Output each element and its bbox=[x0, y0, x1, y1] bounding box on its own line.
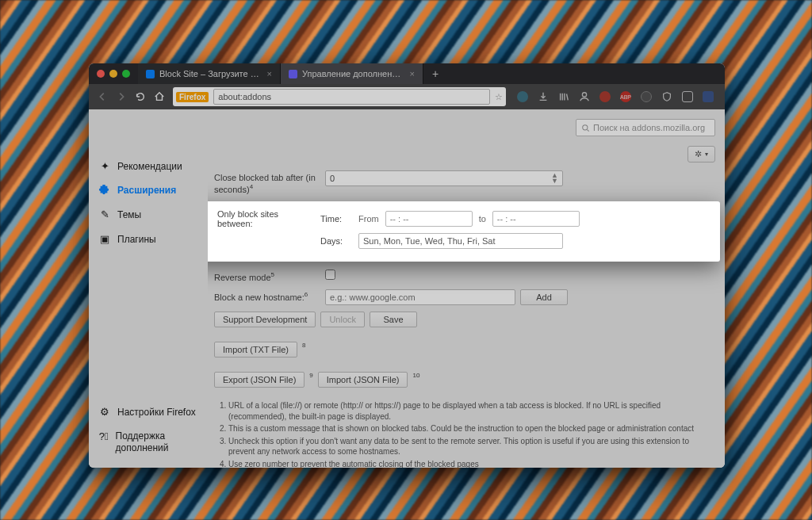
navigation-toolbar: Firefox ☆ ABP 7 w bbox=[89, 84, 725, 109]
close-tab-seconds-input[interactable]: 0 ▲▼ bbox=[325, 170, 563, 186]
blocker-icon[interactable] bbox=[514, 88, 531, 105]
identity-firefox-badge: Firefox bbox=[176, 92, 209, 102]
tab-block-site[interactable]: Block Site – Загрузите это ра… × bbox=[138, 63, 281, 84]
gear-icon: ✲ bbox=[695, 149, 702, 159]
days-sublabel: Days: bbox=[320, 236, 352, 246]
tab-addons-manager[interactable]: Управление дополнениями × bbox=[281, 63, 423, 84]
sidebar-item-extensions[interactable]: Расширения bbox=[95, 180, 208, 201]
sidebar-item-label: Рекомендации bbox=[117, 161, 182, 172]
extension-abp-icon[interactable]: ABP bbox=[617, 88, 634, 105]
help-icon: ?⃝ bbox=[98, 430, 109, 442]
close-tab-icon[interactable]: × bbox=[267, 69, 272, 78]
url-bar[interactable]: Firefox ☆ bbox=[173, 87, 506, 106]
screenshot-icon[interactable] bbox=[679, 88, 696, 105]
support-development-button[interactable]: Support Development bbox=[214, 312, 316, 327]
minimize-window-icon[interactable] bbox=[109, 70, 117, 78]
extension-ublock-icon[interactable] bbox=[596, 88, 614, 105]
close-window-icon[interactable] bbox=[97, 70, 105, 78]
gear-icon: ⚙ bbox=[98, 406, 111, 418]
svg-point-1 bbox=[583, 124, 588, 129]
block-hostname-label: Block a new hostname:6 bbox=[214, 289, 317, 303]
svg-point-0 bbox=[582, 93, 586, 97]
sidebar-item-addons-support[interactable]: ?⃝ Поддержка дополнений bbox=[95, 426, 208, 458]
chevron-down-icon: ▾ bbox=[705, 151, 708, 158]
sidebar-item-label: Настройки Firefox bbox=[117, 407, 196, 418]
footnotes: URL of a local (file://) or remote (http… bbox=[214, 400, 715, 468]
addon-settings-panel: Поиск на addons.mozilla.org ✲ ▾ Close bl… bbox=[208, 109, 725, 468]
addons-search[interactable]: Поиск на addons.mozilla.org bbox=[576, 119, 715, 136]
sidebar-item-themes[interactable]: ✎ Темы bbox=[95, 204, 208, 225]
brush-icon: ✎ bbox=[98, 208, 111, 220]
bookmark-star-icon[interactable]: ☆ bbox=[495, 92, 503, 102]
sidebar-item-recommendations[interactable]: ✦ Рекомендации bbox=[95, 155, 208, 177]
tab-bar: Block Site – Загрузите это ра… × Управле… bbox=[89, 63, 725, 84]
sidebar-item-firefox-settings[interactable]: ⚙ Настройки Firefox bbox=[95, 401, 208, 422]
notifications-icon[interactable]: 7 bbox=[720, 88, 725, 105]
home-button[interactable] bbox=[154, 87, 165, 106]
puzzle-icon bbox=[98, 185, 111, 196]
downloads-icon[interactable] bbox=[534, 88, 552, 105]
plug-icon: ▣ bbox=[98, 233, 111, 245]
sidebar-item-plugins[interactable]: ▣ Плагины bbox=[95, 228, 208, 250]
close-tab-label: Close blocked tab after (in seconds)4 bbox=[214, 170, 317, 195]
tab-label: Управление дополнениями bbox=[302, 69, 405, 78]
extension-icon[interactable] bbox=[638, 88, 655, 105]
addons-sidebar: ✦ Рекомендации Расширения ✎ Темы ▣ Плаги… bbox=[89, 109, 208, 468]
block-hostname-input[interactable] bbox=[325, 289, 515, 305]
only-block-label: Only block sites between: bbox=[217, 209, 314, 228]
import-txt-button[interactable]: Import (TXT File) bbox=[214, 342, 297, 358]
sidebar-item-label: Темы bbox=[117, 209, 141, 220]
time-sublabel: Time: bbox=[320, 214, 352, 224]
reverse-mode-label: Reverse mode5 bbox=[214, 270, 317, 283]
sidebar-item-label: Плагины bbox=[117, 234, 156, 245]
days-input[interactable] bbox=[358, 233, 563, 249]
back-button[interactable] bbox=[97, 87, 108, 106]
import-json-button[interactable]: Import (JSON File) bbox=[318, 372, 408, 388]
account-icon[interactable] bbox=[576, 88, 593, 105]
library-icon[interactable] bbox=[555, 88, 573, 105]
tab-label: Block Site – Загрузите это ра… bbox=[159, 69, 262, 78]
favicon-icon bbox=[289, 70, 297, 78]
reload-button[interactable] bbox=[135, 87, 146, 106]
close-tab-icon[interactable]: × bbox=[410, 69, 415, 78]
shield-icon[interactable] bbox=[658, 88, 676, 105]
stepper-icon[interactable]: ▲▼ bbox=[551, 173, 558, 184]
time-from-input[interactable] bbox=[385, 211, 473, 227]
sidebar-item-label: Поддержка дополнений bbox=[116, 430, 205, 453]
time-schedule-highlight: 3 Only block sites between: Time: From t… bbox=[208, 201, 720, 262]
forward-button[interactable] bbox=[116, 87, 127, 106]
save-button[interactable]: Save bbox=[370, 312, 417, 327]
add-hostname-button[interactable]: Add bbox=[520, 289, 568, 305]
addons-tools-button[interactable]: ✲ ▾ bbox=[688, 146, 715, 162]
reverse-mode-checkbox[interactable] bbox=[325, 270, 335, 280]
content-area: ✦ Рекомендации Расширения ✎ Темы ▣ Плаги… bbox=[89, 109, 725, 468]
browser-window: Block Site – Загрузите это ра… × Управле… bbox=[89, 63, 725, 468]
favicon-icon bbox=[146, 70, 155, 78]
unlock-button[interactable]: Unlock bbox=[320, 312, 365, 327]
wiki-icon[interactable] bbox=[699, 88, 717, 105]
export-json-button[interactable]: Export (JSON File) bbox=[214, 372, 304, 388]
time-to-input[interactable] bbox=[492, 211, 580, 227]
maximize-window-icon[interactable] bbox=[122, 70, 130, 78]
new-tab-button[interactable]: + bbox=[423, 63, 447, 84]
star-icon: ✦ bbox=[98, 160, 111, 172]
search-icon bbox=[581, 124, 590, 132]
address-input[interactable] bbox=[213, 89, 490, 105]
sidebar-item-label: Расширения bbox=[117, 185, 176, 196]
window-controls[interactable] bbox=[89, 63, 138, 84]
search-placeholder: Поиск на addons.mozilla.org bbox=[593, 123, 705, 132]
